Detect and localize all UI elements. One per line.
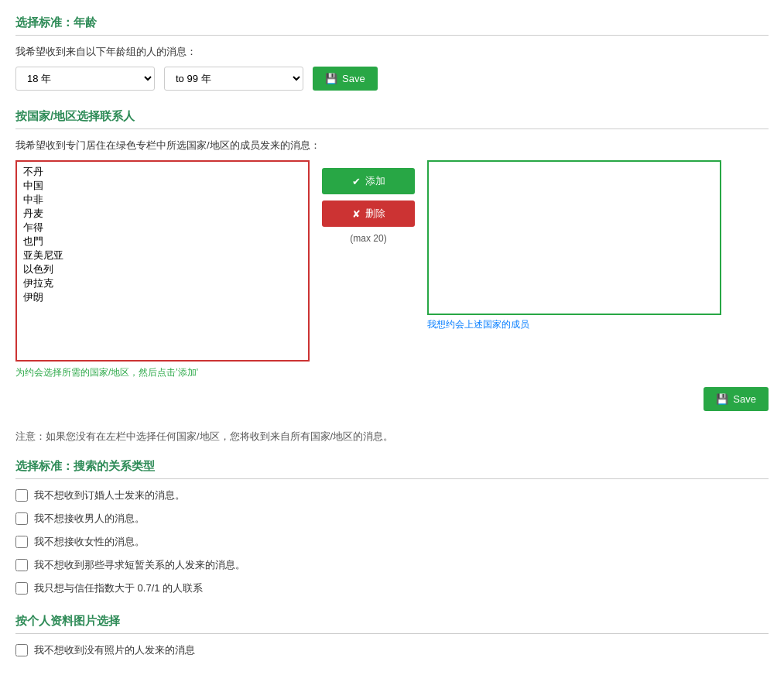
age-section: 选择标准：年龄 我希望收到来自以下年龄组的人的消息： 18 年 19 年 20 … — [15, 15, 769, 91]
photo-section-header: 按个人资料图片选择 — [15, 614, 769, 634]
delete-icon: ✘ — [352, 208, 361, 220]
add-icon: ✔ — [352, 176, 361, 187]
photo-checkboxes: 我不想收到没有照片的人发来的消息 — [15, 643, 769, 657]
country-list-select[interactable]: 不丹中国中非丹麦乍得也門亚美尼亚以色列伊拉克伊朗 — [17, 162, 308, 360]
relationship-label-1: 我不想接收男人的消息。 — [34, 512, 145, 526]
country-list-box: 不丹中国中非丹麦乍得也門亚美尼亚以色列伊拉克伊朗 — [15, 160, 310, 362]
country-hint: 为约会选择所需的国家/地区，然后点击'添加' — [15, 366, 310, 379]
photo-label-0: 我不想收到没有照片的人发来的消息 — [34, 643, 195, 657]
selected-countries-box — [427, 160, 721, 315]
relationship-checkbox-2[interactable] — [15, 536, 28, 548]
relationship-label-2: 我不想接收女性的消息。 — [34, 535, 145, 549]
age-section-header: 选择标准：年龄 — [15, 15, 769, 36]
photo-checkbox-0[interactable] — [15, 644, 28, 656]
list-item: 我只想与信任指数大于 0.7/1 的人联系 — [15, 581, 769, 595]
list-item: 我不想接收女性的消息。 — [15, 535, 769, 549]
note-text: 注意：如果您没有在左栏中选择任何国家/地区，您将收到来自所有国家/地区的消息。 — [15, 430, 769, 444]
max-label: (max 20) — [350, 233, 386, 244]
add-country-button[interactable]: ✔ 添加 — [322, 168, 415, 194]
relationship-label-0: 我不想收到订婚人士发来的消息。 — [34, 488, 185, 502]
selected-countries-link[interactable]: 我想约会上述国家的成员 — [427, 318, 721, 331]
relationship-checkbox-4[interactable] — [15, 582, 28, 595]
age-sub-label: 我希望收到来自以下年龄组的人的消息： — [15, 45, 769, 59]
list-item: 我不想接收男人的消息。 — [15, 512, 769, 526]
age-to-select[interactable]: to 99 年 to 80 年 to 70 年 — [164, 67, 303, 91]
list-item: 我不想收到那些寻求短暂关系的人发来的消息。 — [15, 558, 769, 572]
country-sub-label: 我希望收到专门居住在绿色专栏中所选国家/地区的成员发来的消息： — [15, 139, 769, 153]
relationship-section-header: 选择标准：搜索的关系类型 — [15, 459, 769, 479]
age-save-button[interactable]: 💾 Save — [313, 67, 378, 91]
country-section: 按国家/地区选择联系人 我希望收到专门居住在绿色专栏中所选国家/地区的成员发来的… — [15, 109, 769, 411]
relationship-checkboxes: 我不想收到订婚人士发来的消息。我不想接收男人的消息。我不想接收女性的消息。我不想… — [15, 488, 769, 595]
save-icon: 💾 — [325, 73, 337, 84]
photo-section: 按个人资料图片选择 我不想收到没有照片的人发来的消息 — [15, 614, 769, 657]
relationship-checkbox-3[interactable] — [15, 559, 28, 571]
age-from-select[interactable]: 18 年 19 年 20 年 25 年 — [15, 67, 155, 91]
save-icon-2: 💾 — [716, 393, 728, 405]
country-save-button[interactable]: 💾 Save — [704, 387, 769, 411]
list-item: 我不想收到订婚人士发来的消息。 — [15, 488, 769, 502]
relationship-section: 选择标准：搜索的关系类型 我不想收到订婚人士发来的消息。我不想接收男人的消息。我… — [15, 459, 769, 595]
relationship-checkbox-1[interactable] — [15, 512, 28, 525]
country-save-row: 💾 Save — [15, 387, 769, 411]
country-layout: 不丹中国中非丹麦乍得也門亚美尼亚以色列伊拉克伊朗 为约会选择所需的国家/地区，然… — [15, 160, 769, 379]
relationship-checkbox-0[interactable] — [15, 489, 28, 502]
list-item: 我不想收到没有照片的人发来的消息 — [15, 643, 769, 657]
delete-country-button[interactable]: ✘ 删除 — [322, 200, 415, 227]
country-actions: ✔ 添加 ✘ 删除 (max 20) — [322, 160, 415, 244]
relationship-label-4: 我只想与信任指数大于 0.7/1 的人联系 — [34, 581, 203, 595]
age-row: 18 年 19 年 20 年 25 年 to 99 年 to 80 年 to 7… — [15, 67, 769, 91]
relationship-label-3: 我不想收到那些寻求短暂关系的人发来的消息。 — [34, 558, 245, 572]
country-section-header: 按国家/地区选择联系人 — [15, 109, 769, 129]
